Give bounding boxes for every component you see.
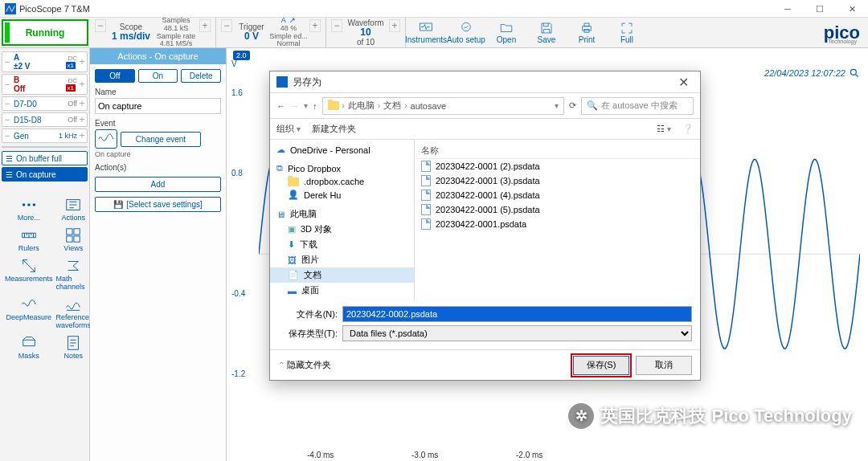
- tool-deepmeasure[interactable]: DeepMeasure: [5, 296, 53, 329]
- channel-a[interactable]: − A±2 V DCx1 +: [2, 51, 88, 72]
- svg-rect-14: [74, 236, 80, 242]
- pico-logo-sub: Technology: [829, 39, 857, 44]
- filetype-label: 保存类型(T):: [278, 328, 338, 340]
- scope-value[interactable]: 1 ms/div: [112, 31, 150, 42]
- help-button[interactable]: ❔: [682, 124, 694, 134]
- scope-minus[interactable]: −: [95, 19, 106, 32]
- wave-minus[interactable]: −: [331, 19, 342, 32]
- file-list[interactable]: 名称 20230422-0001 (2).psdata 20230422-000…: [415, 140, 700, 301]
- file-item: 20230422-0001 (4).psdata: [415, 188, 700, 202]
- actions-label: Action(s): [95, 163, 221, 172]
- svg-rect-11: [67, 229, 72, 235]
- organize-button[interactable]: 组织 ▾: [276, 123, 301, 135]
- name-input[interactable]: [95, 98, 221, 114]
- trigger-minus[interactable]: −: [221, 19, 232, 32]
- new-folder-button[interactable]: 新建文件夹: [312, 123, 356, 135]
- tool-notes[interactable]: Notes: [56, 334, 92, 360]
- channel-sidebar: − A±2 V DCx1 + − BOff DCx1 + −D7-D0Off+ …: [0, 48, 90, 461]
- tool-rulers[interactable]: Rulers: [5, 226, 53, 252]
- app-title: PicoScope 7 T&M: [19, 4, 90, 14]
- on-capture-button[interactable]: ☰ On capture: [2, 167, 88, 182]
- on-buffer-full-button[interactable]: ☰ On buffer full: [2, 151, 88, 165]
- name-label: Name: [95, 88, 221, 96]
- watermark: ✲ 英国比克科技 Pico Technology: [568, 403, 852, 429]
- channel-d15d8[interactable]: −D15-D8Off+: [2, 112, 88, 127]
- maximize-button[interactable]: ☐: [804, 0, 836, 18]
- waveform-value[interactable]: 10: [360, 27, 371, 38]
- svg-rect-13: [67, 236, 72, 242]
- svg-rect-18: [276, 76, 288, 88]
- channel-b[interactable]: − BOff DCx1 +: [2, 74, 88, 95]
- tool-masks[interactable]: Masks: [5, 334, 53, 360]
- svg-point-2: [462, 22, 471, 31]
- trigger-value[interactable]: 0 V: [244, 31, 259, 42]
- filetype-select[interactable]: Data files (*.psdata): [342, 325, 692, 341]
- wechat-icon: ✲: [568, 403, 594, 429]
- minimize-button[interactable]: ─: [772, 0, 804, 18]
- save-button[interactable]: Save: [526, 18, 567, 47]
- save-dialog: 另存为 ✕ ← → ▾ ↑ ›此电脑 ›文档 ›autosave ▾ ⟳ 🔍 在…: [269, 71, 701, 381]
- nav-back-button[interactable]: ←: [276, 101, 285, 111]
- title-bar: PicoScope 7 T&M ─ ☐ ✕: [0, 0, 868, 18]
- filename-input[interactable]: [342, 306, 692, 322]
- file-item: 20230422-0001 (5).psdata: [415, 202, 700, 217]
- search-input[interactable]: 🔍 在 autosave 中搜索: [581, 97, 694, 115]
- event-label: Event: [95, 119, 221, 128]
- actions-off-button[interactable]: Off: [95, 69, 135, 83]
- channel-gen[interactable]: −Gen1 kHz+: [2, 129, 88, 143]
- wave-icon: [95, 129, 117, 149]
- hide-folders-button[interactable]: 隐藏文件夹: [287, 359, 331, 371]
- tool-views[interactable]: Views: [56, 226, 92, 252]
- tool-actions[interactable]: Actions: [56, 196, 92, 222]
- instruments-button[interactable]: Instruments: [406, 18, 446, 47]
- file-item: 20230422-0001 (3).psdata: [415, 173, 700, 188]
- change-event-button[interactable]: Change event: [121, 132, 201, 147]
- auto-setup-button[interactable]: Auto setup: [446, 18, 486, 47]
- view-mode-button[interactable]: ☷ ▾: [657, 124, 671, 134]
- svg-point-7: [27, 203, 31, 206]
- dialog-cancel-button[interactable]: 取消: [636, 356, 692, 375]
- close-button[interactable]: ✕: [836, 0, 868, 18]
- tool-refwave[interactable]: Reference waveforms: [56, 296, 92, 329]
- actions-on-button[interactable]: On: [138, 69, 178, 83]
- path-bar[interactable]: ›此电脑 ›文档 ›autosave ▾: [322, 97, 565, 115]
- filename-label: 文件名(N):: [278, 308, 338, 320]
- dialog-icon: [276, 76, 288, 88]
- nav-up-button[interactable]: ↑: [313, 101, 317, 111]
- dialog-close-button[interactable]: ✕: [674, 75, 694, 90]
- dialog-title: 另存为: [293, 75, 321, 89]
- svg-rect-4: [584, 23, 589, 27]
- nav-fwd-button[interactable]: →: [290, 101, 299, 111]
- app-icon: [5, 3, 16, 14]
- run-button[interactable]: Running: [2, 19, 88, 46]
- select-save-settings-button[interactable]: 💾[Select save settings]: [95, 197, 221, 212]
- print-button[interactable]: Print: [567, 18, 607, 47]
- folder-tree[interactable]: ☁OneDrive - Personal ⧉Pico Dropbox .drop…: [270, 140, 415, 301]
- open-button[interactable]: Open: [486, 18, 526, 47]
- actions-delete-button[interactable]: Delete: [181, 69, 221, 83]
- scope-plus[interactable]: +: [199, 19, 211, 32]
- svg-point-6: [23, 203, 26, 206]
- dialog-save-button[interactable]: 保存(S): [573, 356, 629, 375]
- tool-measurements[interactable]: Measurements: [5, 257, 53, 291]
- channel-d7d0[interactable]: −D7-D0Off+: [2, 96, 88, 111]
- actions-header: Actions - On capture: [90, 48, 226, 64]
- svg-rect-12: [74, 229, 80, 235]
- actions-panel: Actions - On capture Off On Delete Name …: [90, 48, 227, 461]
- svg-rect-3: [583, 27, 592, 31]
- full-button[interactable]: Full: [607, 18, 647, 47]
- add-action-button[interactable]: Add: [95, 177, 221, 192]
- tool-more[interactable]: More...: [5, 196, 53, 222]
- svg-point-8: [32, 203, 35, 206]
- trigger-plus[interactable]: +: [309, 19, 321, 32]
- col-name[interactable]: 名称: [415, 143, 700, 159]
- file-item: 20230422-0001.psdata: [415, 217, 700, 231]
- top-toolbar: Running − Scope 1 ms/div Samples 48.1 kS…: [0, 18, 868, 48]
- y-axis-unit: V: [231, 59, 237, 68]
- tool-math[interactable]: Math channels: [56, 257, 92, 291]
- refresh-button[interactable]: ⟳: [569, 100, 576, 111]
- wave-plus[interactable]: +: [389, 19, 400, 32]
- file-item: 20230422-0001 (2).psdata: [415, 159, 700, 173]
